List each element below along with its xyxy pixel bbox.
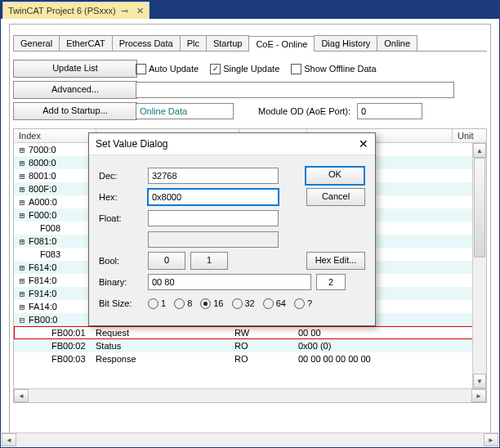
bitsize-radio-16[interactable]: 16	[200, 298, 223, 309]
update-list-button[interactable]: Update List	[13, 60, 137, 78]
outer-horizontal-scrollbar[interactable]: ◄ ►	[2, 432, 498, 446]
dialog-title: Set Value Dialog	[96, 138, 168, 150]
hex-label: Hex:	[99, 192, 148, 202]
add-to-startup-button[interactable]: Add to Startup...	[13, 102, 137, 120]
cancel-button[interactable]: Cancel	[306, 188, 365, 206]
col-index[interactable]: Index	[14, 129, 96, 142]
scroll-up-icon[interactable]: ▲	[473, 143, 486, 158]
bool-label: Bool:	[99, 256, 148, 266]
controls-row-2: Advanced...	[13, 81, 487, 99]
bitsize-radio-8[interactable]: 8	[174, 298, 192, 309]
tab-diag-history[interactable]: Diag History	[314, 35, 377, 51]
blank-field[interactable]	[136, 82, 454, 98]
pin-icon[interactable]: ⊸	[121, 6, 128, 16]
float-label: Float:	[99, 213, 148, 223]
scroll-right-icon[interactable]: ►	[484, 433, 498, 446]
col-unit[interactable]: Unit	[453, 129, 486, 142]
dialog-body: Dec: 32768 OK Hex: 0x8000 Cancel Float: …	[89, 155, 375, 325]
binary-label: Binary:	[99, 277, 148, 287]
table-row[interactable]: FB00:03ResponseRO00 00 00 00 00 00	[14, 352, 486, 365]
left-button-column: Update List	[13, 60, 136, 78]
app-window: TwinCAT Project 6 (PSxxx) ⊸ ✕ GeneralEth…	[0, 0, 500, 448]
auto-update-checkbox[interactable]: Auto Update	[136, 64, 199, 74]
document-tab-bar: TwinCAT Project 6 (PSxxx) ⊸ ✕	[1, 1, 499, 19]
bitsize-radio-64[interactable]: 64	[263, 298, 286, 309]
bitsize-label: Bit Size:	[99, 298, 148, 308]
module-od-input[interactable]: 0	[357, 103, 422, 119]
tab-plc[interactable]: Plc	[180, 35, 207, 51]
tab-strip: GeneralEtherCATProcess DataPlcStartupCoE…	[13, 33, 487, 52]
bitsize-radio-group: 18163264?	[148, 298, 312, 309]
advanced-button[interactable]: Advanced...	[13, 81, 137, 99]
tab-online[interactable]: Online	[377, 35, 417, 51]
single-update-checkbox[interactable]: ✓Single Update	[210, 64, 279, 74]
bitsize-radio-32[interactable]: 32	[232, 298, 255, 309]
ok-button[interactable]: OK	[305, 166, 365, 186]
scroll-down-icon[interactable]: ▼	[473, 374, 486, 388]
tab-coe-online[interactable]: CoE - Online	[248, 36, 315, 52]
bool-0-button[interactable]: 0	[148, 252, 185, 270]
document-tab-title: TwinCAT Project 6 (PSxxx)	[8, 6, 116, 16]
show-offline-checkbox[interactable]: Show Offline Data	[291, 64, 376, 74]
tab-startup[interactable]: Startup	[206, 35, 249, 51]
close-icon[interactable]: ✕	[359, 137, 368, 150]
scroll-left-icon[interactable]: ◄	[14, 389, 29, 402]
float-input[interactable]	[148, 210, 279, 226]
module-od-label: Module OD (AoE Port):	[258, 106, 350, 116]
bitsize-radio-?[interactable]: ?	[294, 298, 312, 309]
dec-label: Dec:	[99, 171, 148, 181]
table-row[interactable]: FB00:02StatusRO0x00 (0)	[14, 339, 486, 352]
controls-row-1: Update List Auto Update ✓Single Update S…	[13, 60, 487, 78]
scroll-left-icon[interactable]: ◄	[2, 433, 16, 446]
binary-input[interactable]: 00 80	[148, 274, 311, 290]
binary-count[interactable]: 2	[316, 274, 346, 290]
tab-ethercat[interactable]: EtherCAT	[59, 35, 112, 51]
table-horizontal-scrollbar[interactable]: ◄ ►	[14, 388, 486, 402]
controls-row-3: Add to Startup... Online Data Module OD …	[13, 102, 487, 120]
set-value-dialog: Set Value Dialog ✕ Dec: 32768 OK Hex: 0x…	[88, 132, 376, 326]
hex-edit-button[interactable]: Hex Edit...	[306, 252, 365, 270]
bool-1-button[interactable]: 1	[190, 252, 228, 270]
tab-process-data[interactable]: Process Data	[112, 35, 181, 51]
disabled-input	[148, 231, 279, 248]
scroll-right-icon[interactable]: ►	[471, 389, 486, 402]
close-icon[interactable]: ✕	[136, 6, 144, 16]
scroll-thumb[interactable]	[474, 158, 485, 258]
online-data-field[interactable]: Online Data	[136, 103, 234, 119]
document-tab[interactable]: TwinCAT Project 6 (PSxxx) ⊸ ✕	[2, 2, 150, 19]
dec-input[interactable]: 32768	[148, 168, 279, 184]
dialog-titlebar[interactable]: Set Value Dialog ✕	[89, 133, 375, 155]
hex-input[interactable]: 0x8000	[148, 189, 279, 205]
vertical-scrollbar[interactable]: ▲ ▼	[472, 143, 486, 388]
tab-general[interactable]: General	[13, 35, 60, 51]
table-row[interactable]: FB00:01RequestRW00 00	[14, 326, 486, 339]
bitsize-radio-1[interactable]: 1	[148, 298, 166, 309]
checkbox-group: Auto Update ✓Single Update Show Offline …	[136, 64, 377, 74]
